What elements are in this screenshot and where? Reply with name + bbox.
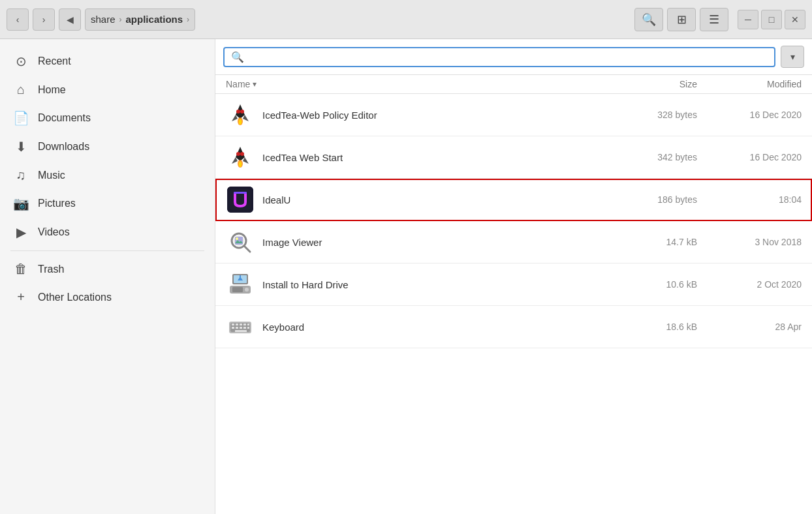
sidebar-divider (10, 250, 204, 251)
svg-rect-37 (232, 327, 234, 329)
file-icon-image-viewer (226, 228, 255, 256)
sidebar-label-music: Music (38, 170, 65, 181)
file-size: 10.6 kB (638, 279, 710, 290)
breadcrumb-next-arrow: › (187, 15, 189, 24)
breadcrumb-current[interactable]: applications (126, 14, 183, 25)
table-row[interactable]: Keyboard18.6 kB28 Apr (215, 306, 812, 348)
breadcrumb-parent[interactable]: share (91, 14, 116, 25)
sidebar-item-music[interactable]: ♫Music (0, 161, 215, 189)
table-row[interactable]: IcedTea Web Start342 bytes16 Dec 2020 (215, 136, 812, 179)
maximize-button[interactable]: □ (761, 10, 782, 29)
svg-marker-11 (243, 157, 249, 164)
svg-rect-36 (247, 324, 249, 325)
svg-rect-34 (240, 324, 242, 325)
file-size: 328 bytes (638, 110, 710, 120)
svg-rect-29 (240, 275, 241, 279)
sidebar-item-recent[interactable]: ⊙Recent (0, 47, 215, 76)
search-options-button[interactable]: ▾ (781, 46, 804, 68)
svg-rect-38 (236, 327, 238, 329)
file-icon-icedtea-webstart (226, 143, 255, 172)
sidebar-item-pictures[interactable]: 📷Pictures (0, 189, 215, 218)
file-name: IdealU (262, 194, 638, 205)
file-size: 186 bytes (638, 194, 710, 205)
file-name: Image Viewer (262, 237, 638, 248)
file-size: 18.6 kB (638, 322, 710, 332)
search-input-wrapper: 🔍 (223, 47, 775, 67)
documents-icon: 📄 (13, 110, 29, 126)
svg-rect-33 (236, 324, 238, 325)
music-icon: ♫ (13, 168, 29, 183)
sidebar-item-trash[interactable]: 🗑Trash (0, 255, 215, 283)
svg-rect-32 (232, 324, 234, 325)
sidebar-label-other-locations: Other Locations (38, 292, 112, 303)
svg-rect-40 (243, 327, 246, 329)
back-button[interactable]: ‹ (7, 8, 29, 31)
list-view-button[interactable]: ☰ (700, 8, 728, 31)
sidebar-item-videos[interactable]: ▶Videos (0, 218, 215, 247)
column-name-header[interactable]: Name ▾ (226, 79, 638, 89)
svg-line-22 (245, 247, 250, 252)
search-input[interactable] (248, 52, 768, 63)
sidebar-label-recent: Recent (38, 55, 71, 67)
breadcrumb: share › applications › (85, 8, 195, 31)
column-size-header[interactable]: Size (638, 79, 710, 89)
svg-marker-10 (232, 157, 238, 164)
window-controls: ─ □ ✕ (738, 10, 805, 29)
svg-point-25 (245, 288, 249, 292)
table-row[interactable]: ​ IdealU186 bytes18:04 (215, 179, 812, 221)
titlebar: ‹ › ◀ share › applications › 🔍 ⊞ ☰ ─ □ ✕ (0, 0, 812, 39)
recent-icon: ⊙ (13, 53, 29, 69)
svg-rect-41 (247, 327, 249, 329)
sidebar-label-pictures: Pictures (38, 198, 76, 209)
file-icon-idealu: ​ (226, 185, 255, 214)
svg-point-2 (240, 110, 244, 113)
file-size: 14.7 kB (638, 237, 710, 247)
svg-marker-3 (232, 115, 238, 121)
svg-point-1 (236, 110, 240, 113)
column-modified-header[interactable]: Modified (710, 79, 802, 89)
table-row[interactable]: Image Viewer14.7 kB3 Nov 2018 (215, 221, 812, 264)
sidebar-item-documents[interactable]: 📄Documents (0, 104, 215, 132)
sidebar-item-home[interactable]: ⌂Home (0, 76, 215, 104)
table-row[interactable]: Install to Hard Drive10.6 kB2 Oct 2020 (215, 264, 812, 306)
search-toggle-button[interactable]: 🔍 (634, 8, 663, 31)
file-name: Keyboard (262, 322, 638, 333)
search-toolbar-icon: 🔍 (642, 12, 656, 27)
file-name: Install to Hard Drive (262, 279, 638, 290)
file-modified: 28 Apr (710, 322, 802, 332)
file-icon-install-hard-drive (226, 270, 255, 299)
file-modified: 3 Nov 2018 (710, 237, 802, 247)
forward-button[interactable]: › (33, 8, 55, 31)
breadcrumb-arrow-left[interactable]: ◀ (59, 8, 81, 31)
main-layout: ⊙Recent⌂Home📄Documents⬇Downloads♫Music📷P… (0, 39, 812, 514)
sidebar-label-documents: Documents (38, 112, 91, 124)
sidebar-label-home: Home (38, 84, 66, 96)
list-icon: ☰ (709, 12, 719, 27)
file-modified: 16 Dec 2020 (710, 152, 802, 162)
search-icon: 🔍 (231, 51, 244, 63)
sidebar-item-downloads[interactable]: ⬇Downloads (0, 132, 215, 161)
file-icon-keyboard (226, 312, 255, 341)
svg-point-6 (239, 119, 242, 125)
file-modified: 16 Dec 2020 (710, 110, 802, 120)
grid-view-button[interactable]: ⊞ (667, 8, 696, 31)
search-bar: 🔍 ▾ (215, 39, 812, 75)
svg-point-8 (236, 152, 240, 156)
svg-rect-16 (234, 192, 247, 194)
videos-icon: ▶ (13, 224, 29, 240)
close-button[interactable]: ✕ (785, 10, 805, 29)
file-name: IcedTea Web Start (262, 152, 638, 163)
sidebar-label-downloads: Downloads (38, 141, 89, 153)
svg-point-20 (236, 237, 238, 240)
chevron-down-icon: ▾ (790, 52, 795, 62)
column-headers: Name ▾ Size Modified (215, 75, 812, 94)
minimize-button[interactable]: ─ (738, 10, 758, 29)
svg-rect-39 (240, 327, 242, 329)
sidebar-item-other-locations[interactable]: +Other Locations (0, 283, 215, 311)
table-row[interactable]: IcedTea-Web Policy Editor328 bytes16 Dec… (215, 94, 812, 136)
other-locations-icon: + (13, 290, 29, 305)
svg-rect-35 (243, 324, 246, 325)
sidebar-label-videos: Videos (38, 226, 70, 238)
file-modified: 18:04 (710, 194, 802, 205)
home-icon: ⌂ (13, 82, 29, 97)
